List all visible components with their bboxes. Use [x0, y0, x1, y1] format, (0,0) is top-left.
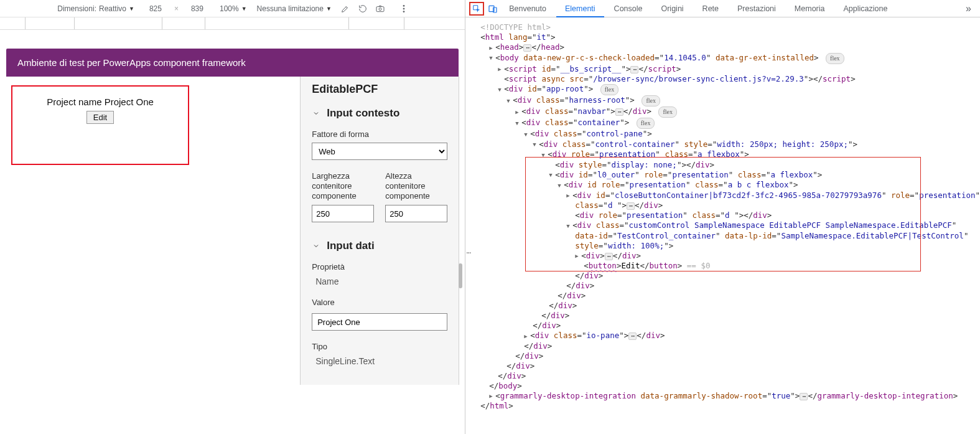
svg-rect-0: [376, 6, 384, 11]
chevron-down-icon: ▼: [241, 6, 247, 12]
chevron-down-icon: [312, 242, 320, 250]
container-height-label: Altezza contenitore componente: [385, 171, 447, 201]
tab-memoria[interactable]: Memoria: [786, 0, 834, 17]
devtools-tabs: Benvenuto Elementi Console Origini Rete …: [465, 0, 980, 17]
zoom-dropdown[interactable]: 100% ▼: [217, 3, 250, 14]
dimensions-dropdown[interactable]: Dimensioni: Reattivo ▼: [55, 3, 137, 14]
device-toggle-icon[interactable]: [487, 2, 499, 15]
screenshot-icon[interactable]: [374, 2, 386, 15]
form-factor-label: Fattore di forma: [312, 130, 447, 139]
throttle-value: Nessuna limitazione: [257, 4, 324, 13]
section-label: Input contesto: [327, 107, 399, 120]
component-text: Project name Project One: [19, 97, 182, 107]
splitter-handle[interactable]: [459, 263, 462, 288]
tab-rete[interactable]: Rete: [694, 0, 727, 17]
tab-elementi[interactable]: Elementi: [556, 0, 604, 17]
device-toolbar: Dimensioni: Reattivo ▼ × 100% ▼ Nessuna …: [0, 0, 465, 17]
section-input-data[interactable]: Input dati: [312, 240, 447, 252]
container-width-label: Larghezza contenitore componente: [312, 171, 374, 201]
type-value: SingleLine.Text: [312, 355, 447, 366]
dom-node: <!DOCTYPE html>: [480, 22, 551, 32]
component-name-title: EditablePCF: [312, 83, 447, 96]
tab-benvenuto[interactable]: Benvenuto: [500, 0, 555, 17]
component-preview-box: Project name Project One Edit: [11, 85, 189, 165]
rotate-icon[interactable]: [357, 2, 369, 15]
container-width-input[interactable]: [312, 205, 374, 222]
svg-point-4: [403, 11, 404, 12]
tab-applicazione[interactable]: Applicazione: [834, 0, 896, 17]
container-height-input[interactable]: [385, 205, 447, 222]
inspect-element-icon[interactable]: [469, 2, 484, 16]
section-label: Input dati: [327, 240, 374, 252]
form-factor-select[interactable]: Web: [312, 143, 447, 160]
chevron-down-icon: ▼: [326, 6, 332, 12]
section-input-context[interactable]: Input contesto: [312, 107, 447, 120]
devtools-pane: Benvenuto Elementi Console Origini Rete …: [465, 0, 980, 434]
zoom-value: 100%: [220, 4, 239, 13]
ruler: [0, 17, 465, 30]
type-label: Tipo: [312, 342, 447, 351]
device-preview-pane: Dimensioni: Reattivo ▼ × 100% ▼ Nessuna …: [0, 0, 465, 434]
property-label: Proprietà: [312, 262, 447, 271]
breakpoint-gutter-icon: ⋯: [465, 248, 473, 258]
dimensions-label: Dimensioni:: [57, 4, 96, 13]
more-tabs-icon[interactable]: »: [961, 3, 976, 14]
edit-button[interactable]: Edit: [86, 111, 114, 124]
property-value: Name: [312, 275, 447, 286]
properties-panel: EditablePCF Input contesto Fattore di fo…: [300, 77, 459, 385]
dimensions-value: Reattivo: [99, 4, 126, 13]
chevron-down-icon: ▼: [129, 6, 134, 12]
width-input[interactable]: [141, 3, 170, 14]
tab-prestazioni[interactable]: Prestazioni: [729, 0, 785, 17]
dimension-separator: ×: [174, 4, 179, 13]
eyedropper-icon[interactable]: [339, 2, 352, 15]
chevron-down-icon: [312, 110, 320, 117]
throttle-dropdown[interactable]: Nessuna limitazione ▼: [254, 3, 334, 14]
svg-point-2: [403, 5, 404, 6]
kebab-icon[interactable]: [398, 2, 410, 15]
svg-point-1: [379, 7, 381, 10]
dom-tree[interactable]: ⋯ <!DOCTYPE html> <html lang="it"> ▶<hea…: [465, 17, 980, 434]
height-input[interactable]: [182, 3, 212, 14]
tab-origini[interactable]: Origini: [652, 0, 692, 17]
value-input[interactable]: [312, 313, 447, 331]
tab-console[interactable]: Console: [605, 0, 651, 17]
page-title: Ambiente di test per PowerApps component…: [6, 49, 459, 77]
value-label: Valore: [312, 298, 447, 307]
svg-point-3: [403, 8, 404, 9]
